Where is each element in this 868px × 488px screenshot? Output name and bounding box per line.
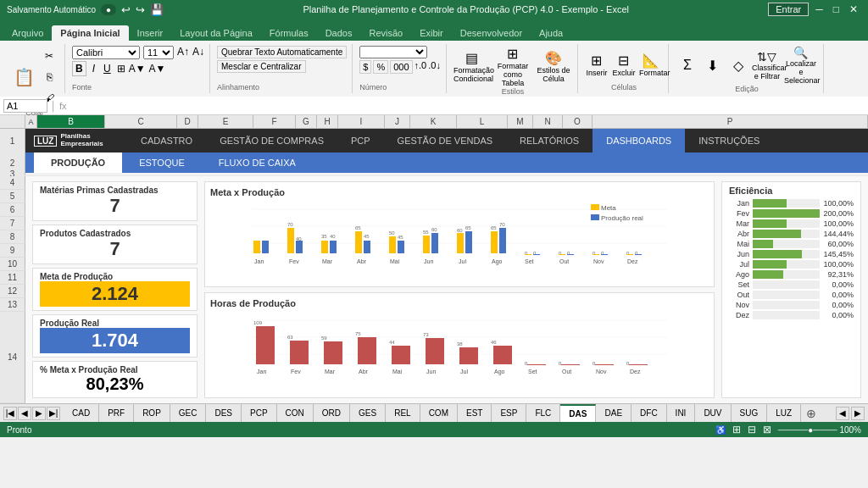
tab-ajuda[interactable]: Ajuda (531, 25, 571, 41)
fill-color-icon[interactable]: A▼ (129, 63, 146, 75)
col-header-n[interactable]: N (533, 115, 563, 128)
tab-layout[interactable]: Layout da Página (171, 25, 261, 41)
col-header-a[interactable]: A (25, 115, 37, 128)
scroll-right-btn[interactable]: ▶ (851, 407, 865, 420)
number-format-select[interactable] (359, 46, 427, 58)
tab-nav-first[interactable]: |◀ (3, 407, 17, 420)
border-icon[interactable]: ⊞ (117, 63, 125, 75)
tab-nav-prev[interactable]: ◀ (18, 407, 31, 420)
sheet-tab-des[interactable]: DES (206, 404, 242, 422)
percent-icon[interactable]: % (373, 60, 388, 74)
sheet-tab-sug[interactable]: SUG (732, 404, 768, 422)
nav-dashboards[interactable]: DASHBOARDS (593, 129, 685, 152)
paste-icon[interactable]: 📋 (10, 64, 37, 91)
col-header-e[interactable]: E (198, 115, 253, 128)
view-normal-icon[interactable]: ⊞ (732, 424, 741, 435)
col-header-j[interactable]: J (385, 115, 410, 128)
font-family-select[interactable]: Calibri (72, 46, 140, 59)
view-page-icon[interactable]: ⊠ (763, 424, 771, 435)
nav-instrucoes[interactable]: INSTRUÇÕES (685, 129, 773, 152)
insert-btn[interactable]: ⊞Inserir (585, 53, 609, 77)
copy-icon[interactable]: ⎘ (39, 67, 59, 87)
nav-gestao-vendas[interactable]: GESTÃO DE VENDAS (384, 129, 506, 152)
zoom-bar[interactable]: ─────●──── 100% (778, 425, 861, 435)
col-header-k[interactable]: K (410, 115, 457, 128)
close-button[interactable]: ✕ (846, 3, 861, 15)
sheet-tab-prf[interactable]: PRF (99, 404, 134, 422)
sheet-tab-dfc[interactable]: DFC (632, 404, 667, 422)
tab-nav-next[interactable]: ▶ (32, 407, 46, 420)
sheet-tab-das[interactable]: DAS (560, 404, 596, 422)
tab-exibir[interactable]: Exibir (411, 25, 452, 41)
sheet-tab-con[interactable]: CON (277, 404, 314, 422)
sheet-tab-ord[interactable]: ORD (314, 404, 350, 422)
sheet-tab-gec[interactable]: GEC (170, 404, 207, 422)
wrap-text-label[interactable]: Quebrar Texto Automaticamente (217, 46, 347, 58)
sheet-tab-esp[interactable]: ESP (492, 404, 526, 422)
sheet-tab-pcp[interactable]: PCP (242, 404, 277, 422)
tab-inserir[interactable]: Inserir (129, 25, 172, 41)
save-icon[interactable]: 💾 (150, 3, 164, 16)
entrar-button[interactable]: Entrar (768, 3, 809, 16)
sheet-tab-rop[interactable]: ROP (134, 404, 170, 422)
merge-center-label[interactable]: Mesclar e Centralizar (217, 60, 305, 73)
cell-styles-btn[interactable]: 🎨 Estilos de Célula (535, 50, 572, 83)
tab-formulas[interactable]: Fórmulas (261, 25, 317, 41)
subnav-fluxo[interactable]: FLUXO DE CAIXA (202, 152, 313, 173)
tab-dados[interactable]: Dados (317, 25, 361, 41)
col-header-m[interactable]: M (508, 115, 533, 128)
cond-format-btn[interactable]: ▤ Formatação Condicional (453, 50, 491, 83)
undo-icon[interactable]: ↩ (121, 3, 131, 16)
col-header-i[interactable]: I (338, 115, 385, 128)
find-select-btn[interactable]: 🔍Localizar e Selecionar (784, 46, 818, 85)
add-sheet-btn[interactable]: ⊕ (801, 407, 821, 420)
col-header-h[interactable]: H (317, 115, 338, 128)
sheet-tab-duv[interactable]: DUV (695, 404, 731, 422)
italic-icon[interactable]: I (90, 62, 97, 75)
clear-btn[interactable]: ◇ (726, 58, 750, 74)
tab-desenvolvedor[interactable]: Desenvolvedor (452, 25, 531, 41)
cut-icon[interactable]: ✂ (39, 46, 59, 66)
nav-relatorios[interactable]: RELATÓRIOS (506, 129, 593, 152)
maximize-button[interactable]: □ (830, 3, 843, 15)
sheet-tab-com[interactable]: COM (420, 404, 458, 422)
col-header-b[interactable]: B (37, 115, 105, 128)
tab-revisao[interactable]: Revisão (360, 25, 411, 41)
formula-input[interactable] (70, 101, 865, 111)
nav-gestao-compras[interactable]: GESTÃO DE COMPRAS (206, 129, 337, 152)
subnav-producao[interactable]: PRODUÇÃO (34, 152, 122, 173)
delete-btn[interactable]: ⊟Excluir (612, 53, 636, 77)
scroll-left-btn[interactable]: ◀ (836, 407, 849, 420)
view-layout-icon[interactable]: ⊟ (748, 424, 756, 435)
subnav-estoque[interactable]: ESTOQUE (122, 152, 202, 173)
sort-filter-btn[interactable]: ⇅▽Classificar e Filtrar (752, 50, 782, 80)
sheet-tab-dae[interactable]: DAE (596, 404, 632, 422)
sheet-tab-ini[interactable]: INI (667, 404, 696, 422)
currency-icon[interactable]: $ (359, 60, 371, 74)
col-header-c[interactable]: C (105, 115, 177, 128)
sheet-tab-luz[interactable]: LUZ (767, 404, 801, 422)
tab-arquivo[interactable]: Arquivo (3, 25, 52, 41)
font-size-select[interactable]: 11 (143, 46, 174, 59)
sheet-tab-est[interactable]: EST (458, 404, 492, 422)
tab-pagina-inicial[interactable]: Página Inicial (52, 25, 128, 41)
sheet-tab-rel[interactable]: REL (386, 404, 420, 422)
nav-cadastro[interactable]: CADASTRO (127, 129, 206, 152)
accessibility-icon[interactable]: ♿ (715, 425, 726, 435)
minimize-button[interactable]: ─ (812, 3, 826, 15)
redo-icon[interactable]: ↪ (136, 3, 145, 16)
font-shrink-icon[interactable]: A↓ (192, 46, 204, 59)
col-header-p[interactable]: P (593, 115, 868, 128)
format-table-btn[interactable]: ⊞ Formatar como Tabela (494, 46, 531, 87)
sheet-tab-ges[interactable]: GES (350, 404, 386, 422)
format-btn[interactable]: 📐Formatar (639, 53, 663, 77)
col-header-o[interactable]: O (563, 115, 593, 128)
col-header-g[interactable]: G (296, 115, 317, 128)
autosave-toggle[interactable]: ● (101, 4, 116, 15)
tab-nav-last[interactable]: ▶| (47, 407, 60, 420)
sheet-tab-cad[interactable]: CAD (64, 404, 99, 422)
col-header-l[interactable]: L (457, 115, 508, 128)
font-grow-icon[interactable]: A↑ (177, 46, 189, 59)
comma-icon[interactable]: 000 (390, 60, 412, 74)
fill-btn[interactable]: ⬇ (701, 58, 725, 74)
